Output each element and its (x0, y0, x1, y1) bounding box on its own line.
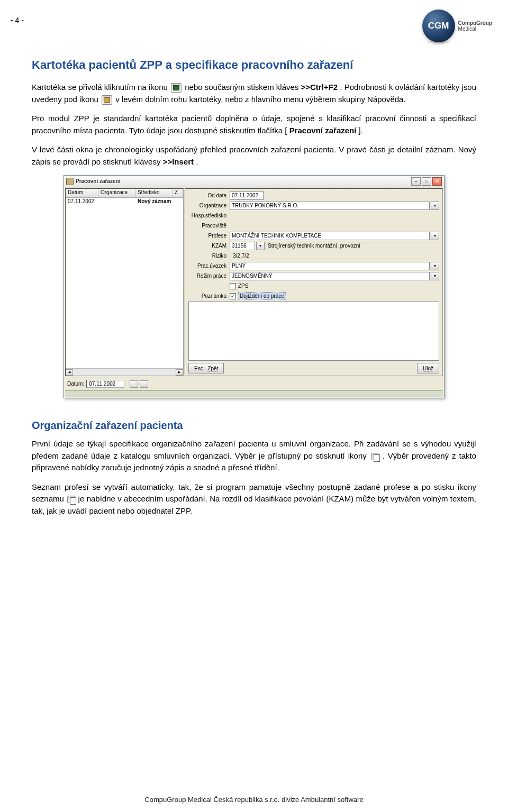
lookup-icon (371, 453, 378, 460)
list-empty-area (66, 206, 183, 368)
label-hosp-stredisko: Hosp.středisko (188, 213, 230, 218)
label-kzam: KZAM (188, 243, 230, 249)
textarea-poznamka[interactable] (188, 302, 439, 361)
paragraph-4: První údaje se týkají specifikace organi… (32, 438, 476, 474)
display-kzam-desc: Strojírenský technik montážní, provozní (266, 242, 439, 250)
paragraph-5: Seznam profesí se vytváří automaticky, t… (32, 481, 476, 517)
help-book-icon (102, 95, 112, 105)
status-bar: Datum: 07.11.2002 (65, 378, 443, 389)
page-number: - 4 - (11, 16, 24, 24)
col-stredisko[interactable]: Středisko (135, 189, 173, 197)
brand-text: CompuGroup Medical (458, 20, 492, 32)
scroll-left-icon[interactable]: ◄ (66, 369, 73, 376)
minimize-button[interactable]: – (411, 177, 421, 186)
label-riziko: Riziko (188, 253, 230, 259)
lookup-uvazek-icon[interactable]: ▾ (431, 262, 439, 270)
list-lookup-icon (67, 496, 75, 503)
label-od-data: Od data (188, 193, 230, 198)
label-profese: Profese (188, 233, 230, 239)
input-rezim-prace[interactable]: JEDNOSMĚNNÝ (230, 272, 430, 280)
input-od-data[interactable]: 07.11.2002 (230, 191, 264, 200)
page-icon[interactable] (140, 380, 148, 388)
window-titlebar: Pracovní zařazení – □ ✕ (64, 176, 444, 187)
window-icon (66, 178, 74, 185)
lookup-profese-icon[interactable]: ▾ (431, 232, 439, 240)
list-header-row: Datum Organizace Středisko Z (66, 189, 183, 198)
window-resize-strip (65, 390, 443, 397)
status-date-field[interactable]: 07.11.2002 (86, 380, 124, 388)
card-index-icon (171, 83, 182, 93)
col-datum[interactable]: Datum (66, 189, 98, 197)
paragraph-1: Kartotéka se přivolá kliknutím na ikonu … (32, 81, 476, 105)
lookup-rezim-icon[interactable]: ▾ (431, 272, 439, 280)
checkbox-zps[interactable] (230, 283, 236, 289)
heading-kartoteka: Kartotéka pacientů ZPP a specifikace pra… (32, 58, 476, 72)
status-label-datum: Datum: (67, 381, 84, 387)
display-riziko: 3/2,7/2 (230, 253, 249, 259)
col-organizace[interactable]: Organizace (98, 189, 135, 197)
close-button[interactable]: ✕ (432, 177, 442, 186)
window-title: Pracovní zařazení (76, 178, 120, 184)
label-organizace: Organizace (188, 203, 230, 208)
input-prac-uvazek[interactable]: PLNÝ (230, 262, 430, 270)
scroll-right-icon[interactable]: ► (176, 369, 183, 376)
col-z[interactable]: Z (173, 189, 183, 197)
lookup-kzam-icon[interactable]: ▾ (256, 242, 265, 250)
book-icon[interactable] (130, 380, 138, 388)
lookup-organizace-icon[interactable]: ▾ (431, 202, 439, 210)
detail-form: Od data 07.11.2002 Organizace TRUBKY POK… (185, 188, 443, 376)
label-prac-uvazek: Prac.úvazek (188, 263, 230, 269)
horizontal-scrollbar[interactable]: ◄ ► (66, 368, 183, 376)
label-zps: ZPS (238, 283, 248, 289)
cgm-sphere-icon: CGM (422, 10, 455, 42)
label-rezim-prace: Režim práce (188, 273, 230, 279)
label-pracoviste: Pracoviště (188, 223, 230, 229)
input-organizace[interactable]: TRUBKY POKORNÝ S.R.O. (230, 202, 430, 210)
maximize-button[interactable]: □ (422, 177, 431, 186)
input-pracoviste[interactable] (230, 222, 439, 230)
list-row[interactable]: 07.11.2002 Nový záznam (66, 198, 183, 206)
label-dojizdeni: Dojíždění do práce (238, 293, 286, 299)
heading-organizacni: Organizační zařazení pacienta (32, 419, 476, 432)
checkbox-dojizdeni[interactable] (230, 293, 236, 299)
history-list[interactable]: Datum Organizace Středisko Z 07.11.2002 … (65, 188, 184, 376)
paragraph-2: Pro modul ZPP je standardní kartotéka pa… (32, 113, 476, 136)
input-hosp-stredisko[interactable] (230, 212, 439, 220)
input-profese[interactable]: MONTÁŽNÍ TECHNIK KOMPLETACE (230, 232, 430, 240)
label-poznamka: Poznámka (188, 293, 230, 299)
input-kzam[interactable]: 31156 (230, 242, 255, 250)
brand-logo: CGM CompuGroup Medical (422, 10, 492, 42)
dialog-pracovni-zarazeni: Pracovní zařazení – □ ✕ Datum Organizace… (64, 175, 444, 398)
paragraph-3: V levé části okna je chronologicky uspoř… (32, 144, 476, 168)
save-button[interactable]: Ulož (417, 363, 439, 373)
back-button[interactable]: Esc Zpět (188, 363, 224, 373)
